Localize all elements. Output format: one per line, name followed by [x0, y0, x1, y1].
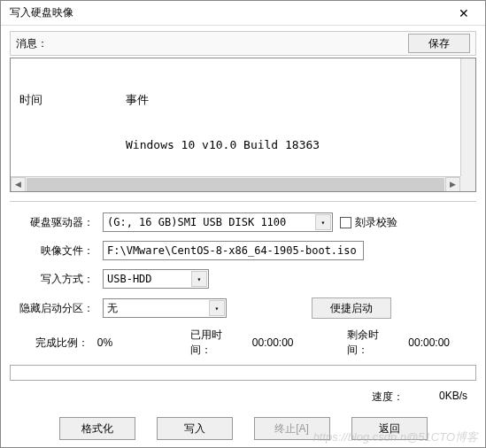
speed-value: 0KB/s: [439, 390, 467, 405]
write-mode-select[interactable]: USB-HDD ▾: [103, 269, 209, 289]
quick-boot-button[interactable]: 便捷启动: [312, 297, 391, 319]
message-header-row: 消息： 保存: [10, 31, 476, 56]
scroll-corner: [460, 176, 475, 191]
verify-checkbox[interactable]: [340, 217, 351, 228]
scrollbar-vertical[interactable]: [460, 58, 475, 176]
ratio-value: 0%: [97, 336, 112, 349]
image-file-input[interactable]: F:\VMware\CentOS-8-x86_64-1905-boot.iso: [103, 241, 364, 260]
scroll-left-icon[interactable]: ◀: [11, 177, 26, 192]
abort-button[interactable]: 终止[A]: [254, 417, 330, 440]
verify-label: 刻录校验: [355, 215, 397, 230]
scroll-right-icon[interactable]: ▶: [445, 177, 460, 192]
drive-select[interactable]: (G:, 16 GB)SMI USB DISK 1100 ▾: [103, 212, 333, 232]
chevron-down-icon: ▾: [315, 214, 331, 230]
hide-partition-select[interactable]: 无 ▾: [103, 298, 227, 318]
write-mode-row: 写入方式： USB-HDD ▾: [10, 269, 476, 289]
scroll-thumb[interactable]: [27, 178, 444, 191]
hide-partition-row: 隐藏启动分区： 无 ▾ 便捷启动: [10, 297, 476, 319]
form-area: 硬盘驱动器： (G:, 16 GB)SMI USB DISK 1100 ▾ 刻录…: [10, 201, 476, 440]
log-header-time: 时间: [19, 92, 126, 108]
chevron-down-icon: ▾: [209, 300, 225, 316]
elapsed-value: 00:00:00: [252, 336, 294, 349]
remain-value: 00:00:00: [408, 336, 450, 349]
message-label: 消息：: [16, 36, 48, 51]
dialog-window: 写入硬盘映像 ✕ 消息： 保存 时间 事件 Windows 10 v10.0 B…: [0, 0, 486, 448]
log-panel: 时间 事件 Windows 10 v10.0 Build 18363 下午 01…: [10, 58, 476, 192]
drive-value: (G:, 16 GB)SMI USB DISK 1100: [107, 216, 286, 228]
image-row: 映像文件： F:\VMware\CentOS-8-x86_64-1905-boo…: [10, 241, 476, 260]
format-button[interactable]: 格式化: [59, 417, 135, 440]
drive-row: 硬盘驱动器： (G:, 16 GB)SMI USB DISK 1100 ▾ 刻录…: [10, 212, 476, 232]
content-area: 消息： 保存 时间 事件 Windows 10 v10.0 Build 1836…: [1, 26, 485, 448]
log-cell-event: Windows 10 v10.0 Build 18363: [126, 138, 320, 151]
hide-partition-value: 无: [107, 301, 118, 316]
speed-row: 速度： 0KB/s: [10, 390, 476, 405]
back-button[interactable]: 返回: [351, 417, 428, 440]
log-content: 时间 事件 Windows 10 v10.0 Build 18363 下午 01…: [11, 58, 475, 192]
drive-label: 硬盘驱动器：: [10, 215, 103, 230]
write-mode-value: USB-HDD: [107, 273, 152, 285]
elapsed-label: 已用时间：: [190, 328, 236, 358]
close-button[interactable]: ✕: [446, 3, 482, 24]
log-cell-time: [19, 138, 126, 151]
image-label: 映像文件：: [10, 243, 103, 259]
chevron-down-icon: ▾: [191, 271, 207, 287]
write-button[interactable]: 写入: [157, 417, 233, 440]
scrollbar-horizontal[interactable]: ◀ ▶: [11, 176, 460, 191]
window-title: 写入硬盘映像: [10, 5, 73, 20]
titlebar: 写入硬盘映像 ✕: [1, 1, 485, 26]
action-button-row: 格式化 写入 终止[A] 返回: [10, 417, 476, 440]
remain-label: 剩余时间：: [347, 328, 393, 358]
write-mode-label: 写入方式：: [10, 272, 103, 287]
progress-text-row: 完成比例： 0% 已用时间： 00:00:00 剩余时间： 00:00:00: [10, 328, 476, 358]
progress-bar: [10, 365, 476, 381]
speed-label: 速度：: [372, 390, 404, 405]
verify-checkbox-wrap[interactable]: 刻录校验: [340, 215, 397, 230]
image-value: F:\VMware\CentOS-8-x86_64-1905-boot.iso: [107, 244, 357, 257]
log-row: Windows 10 v10.0 Build 18363: [19, 138, 467, 151]
ratio-label: 完成比例：: [10, 336, 97, 351]
hide-partition-label: 隐藏启动分区：: [10, 301, 103, 316]
save-button[interactable]: 保存: [408, 34, 470, 53]
log-header-event: 事件: [126, 92, 149, 108]
